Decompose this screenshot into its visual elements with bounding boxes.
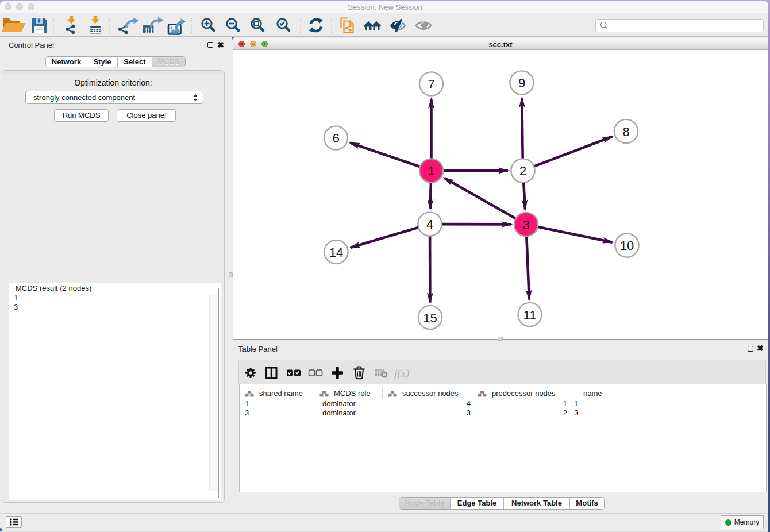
svg-text:11: 11	[523, 308, 537, 322]
svg-text:7: 7	[428, 77, 434, 91]
svg-text:6: 6	[332, 131, 339, 145]
svg-text:f(x): f(x)	[394, 367, 409, 380]
svg-text:3: 3	[522, 218, 529, 232]
svg-text:1: 1	[428, 164, 434, 178]
svg-text:14: 14	[329, 245, 343, 260]
svg-text:10: 10	[620, 238, 634, 253]
svg-text:9: 9	[518, 76, 525, 90]
svg-text:15: 15	[423, 311, 437, 325]
svg-text:4: 4	[426, 217, 433, 232]
svg-text:2: 2	[519, 164, 526, 178]
svg-text:8: 8	[622, 125, 629, 139]
